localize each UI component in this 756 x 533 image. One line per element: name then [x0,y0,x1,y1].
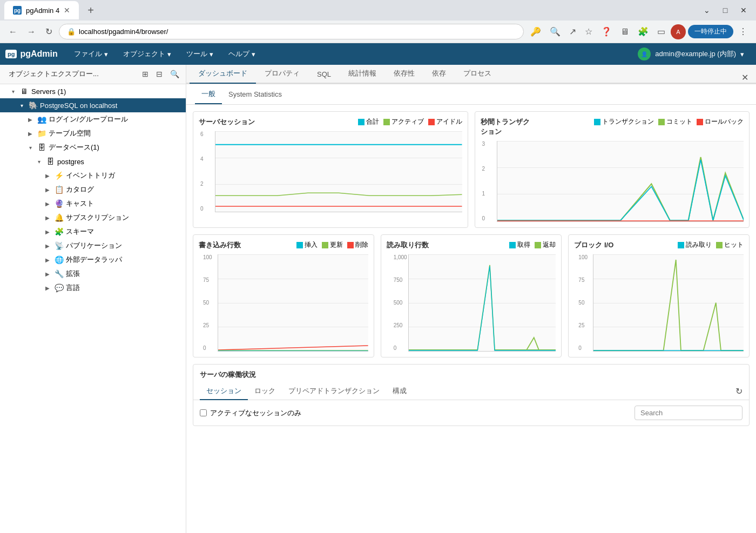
status-tab-config[interactable]: 構成 [386,383,413,400]
toggle-extensions: ▶ [43,271,52,277]
favorite-button[interactable]: ☆ [582,24,596,39]
browser-tab[interactable]: pg pgAdmin 4 ✕ [4,1,79,19]
address-bar[interactable]: 🔒 localhost/pgadmin4/browser/ [59,24,524,39]
tree-item-extensions[interactable]: ▶ 🔧 拡張 [0,267,186,281]
tab-statistics[interactable]: 統計情報 [340,64,385,84]
legend-update-label: 更新 [330,240,343,249]
tree-item-pg-server[interactable]: ▾ 🐘 PostgreSQL on localhost [0,98,186,112]
pgadmin-menubar: pg pgAdmin ファイル ▾ オブジェクト ▾ ツール ▾ ヘルプ ▾ 👤… [0,43,756,65]
server-sessions-y-axis: 6 4 2 0 [200,131,204,212]
toggle-servers: ▾ [9,89,17,95]
menu-button[interactable]: ⋮ [735,24,751,39]
write-rows-y-axis: 100 75 50 25 0 [203,254,212,351]
status-tab-prepared[interactable]: プリペアドトランザクション [282,383,386,400]
file-menu[interactable]: ファイル ▾ [66,45,116,63]
tree-item-subscriptions[interactable]: ▶ 🔔 サブスクリプション [0,211,186,225]
tree-item-casts[interactable]: ▶ 🔮 キャスト [0,197,186,211]
pg-server-icon: 🐘 [28,100,38,110]
block-io-legend: 読み取り ヒット [678,240,744,249]
databases-icon: 🗄 [37,143,46,152]
browser-toolbar: ← → ↻ 🔒 localhost/pgadmin4/browser/ 🔑 🔍 … [0,21,756,43]
zoom-button[interactable]: 🔍 [546,24,564,39]
databases-label: データベース(1) [49,143,99,152]
server-sessions-chart-area: 6 4 2 0 [215,131,462,212]
legend-fetch: 取得 [509,240,530,249]
legend-total: 合計 [358,117,379,126]
window-minimize-button[interactable]: ⌄ [699,5,715,16]
sub-tab-general[interactable]: 一般 [195,85,222,104]
profile-avatar[interactable]: A [671,24,686,39]
active-sessions-checkbox[interactable] [200,409,207,416]
tree-item-servers[interactable]: ▾ 🖥 Servers (1) [0,84,186,98]
view-grid-button[interactable]: ⊟ [153,68,166,80]
pause-button[interactable]: 一時停止中 [688,25,733,38]
key-icon-button[interactable]: 🔑 [527,24,544,39]
legend-read-dot [678,242,684,248]
legend-return-dot [535,242,541,248]
search-button[interactable]: 🔍 [167,68,183,80]
window-maximize-button[interactable]: □ [717,5,733,16]
logo-text: pgAdmin [20,49,57,59]
tree-item-event-triggers[interactable]: ▶ ⚡ イベントトリガ [0,168,186,183]
tab-properties[interactable]: プロパティ [256,64,308,84]
tree-item-databases[interactable]: ▾ 🗄 データベース(1) [0,140,186,154]
tab-sql[interactable]: SQL [308,66,340,84]
tree-item-postgres-db[interactable]: ▾ 🗄 postgres [0,154,186,168]
tree-item-login-roles[interactable]: ▶ 👥 ログイン/グループロール [0,112,186,126]
browser-title-bar: pg pgAdmin 4 ✕ + ⌄ □ ✕ [0,0,756,21]
tps-title-row: 秒間トランザクション トランザクション コミット [481,117,744,137]
share-button[interactable]: ↗ [566,24,579,39]
forward-button[interactable]: → [24,25,39,39]
active-sessions-filter[interactable]: アクティブなセッションのみ [200,408,301,418]
tab-dependencies[interactable]: 依存性 [385,64,423,84]
panel-close-button[interactable]: ✕ [737,72,753,83]
tree-item-tablespaces[interactable]: ▶ 📁 テーブル空間 [0,126,186,140]
tab-close-icon[interactable]: ✕ [64,6,70,15]
sub-tab-system-stats[interactable]: System Statistics [222,86,288,104]
window-controls: ⌄ □ ✕ [699,5,752,16]
view-table-button[interactable]: ⊞ [139,68,152,80]
lock-icon: 🔒 [67,28,76,36]
status-tab-lock[interactable]: ロック [248,383,282,400]
address-text: localhost/pgadmin4/browser/ [79,28,168,36]
back-button[interactable]: ← [5,25,21,39]
read-rows-chart-area: 1,000 750 500 250 0 [408,254,556,352]
extensions-button[interactable]: 🧩 [634,24,652,39]
tab-dependents[interactable]: 依存 [423,64,455,84]
toggle-catalogs: ▶ [43,187,52,193]
write-rows-chart: 書き込み行数 挿入 更新 [193,234,374,357]
tree-item-languages[interactable]: ▶ 💬 言語 [0,281,186,295]
help-menu[interactable]: ヘルプ ▾ [221,45,263,63]
casts-icon: 🔮 [54,199,64,208]
toggle-languages: ▶ [43,285,52,291]
tree-item-foreign-data[interactable]: ▶ 🌐 外部データラッパ [0,253,186,267]
legend-return-label: 返却 [543,240,556,249]
session-search-input[interactable] [634,406,742,420]
screenshot-button[interactable]: 🖥 [617,25,632,39]
tps-chart: 秒間トランザクション トランザクション コミット [475,111,750,228]
server-sessions-chart: サーバセッション 合計 アクティブ [193,111,468,228]
help-button[interactable]: ❓ [598,24,615,39]
tree-item-publications[interactable]: ▶ 📡 パブリケーション [0,239,186,253]
write-rows-title: 書き込み行数 [199,240,241,250]
server-status-title: サーバの稼働状況 [193,365,749,383]
legend-active: アクティブ [383,117,424,126]
tree-item-schemas[interactable]: ▶ 🧩 スキーマ [0,225,186,239]
tab-processes[interactable]: プロセス [455,64,500,84]
explorer-header: オブジェクトエクスプロー... ⊞ ⊟ 🔍 [0,65,186,84]
status-tab-session[interactable]: セッション [200,383,248,400]
tab-dashboard[interactable]: ダッシュボード [190,64,256,84]
tree-item-catalogs[interactable]: ▶ 📋 カタログ [0,183,186,197]
refresh-button[interactable]: ↻ [735,386,742,396]
new-tab-button[interactable]: + [83,4,98,17]
server-sessions-title: サーバセッション [199,117,255,127]
sidebar-button[interactable]: ▭ [654,24,669,39]
reload-button[interactable]: ↻ [42,24,56,39]
tools-menu[interactable]: ツール ▾ [179,45,221,63]
user-badge[interactable]: 👤 admin@example.jp (内部) ▾ [631,45,751,63]
server-sessions-title-row: サーバセッション 合計 アクティブ [199,117,462,127]
object-menu[interactable]: オブジェクト ▾ [116,45,179,63]
tps-chart-area: 3 2 1 0 [497,141,744,222]
write-rows-title-row: 書き込み行数 挿入 更新 [199,240,368,250]
window-close-button[interactable]: ✕ [735,5,752,16]
